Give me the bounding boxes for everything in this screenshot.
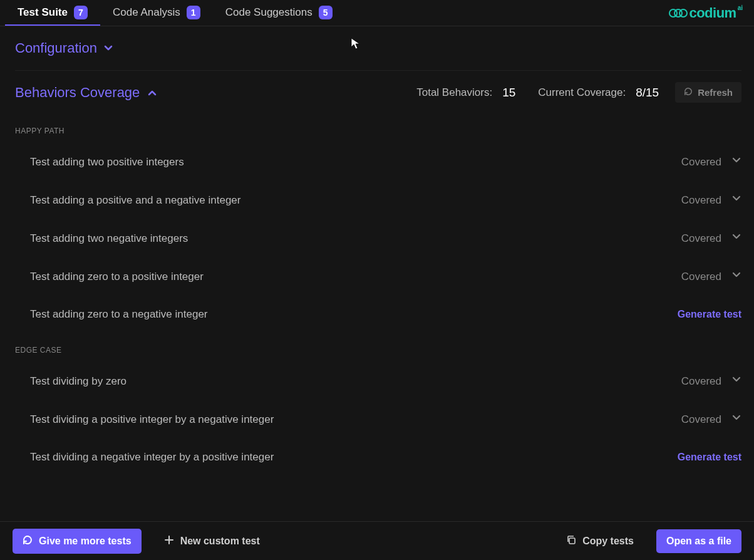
behavior-name: Test adding two negative integers	[30, 232, 188, 245]
button-label: Give me more tests	[39, 536, 132, 547]
covered-label: Covered	[681, 232, 721, 245]
refresh-icon	[684, 87, 693, 98]
covered-chip[interactable]: Covered	[681, 270, 741, 283]
refresh-icon	[23, 535, 33, 547]
behaviors-title: Behaviors Coverage	[15, 85, 140, 101]
chevron-down-icon	[103, 43, 113, 53]
tab-label: Test Suite	[18, 6, 68, 19]
behavior-row[interactable]: Test dividing a positive integer by a ne…	[15, 400, 741, 438]
new-custom-test-button[interactable]: New custom test	[154, 529, 270, 554]
covered-chip[interactable]: Covered	[681, 155, 741, 169]
covered-chip[interactable]: Covered	[681, 194, 741, 207]
behavior-name: Test adding zero to a negative integer	[30, 308, 208, 321]
total-behaviors-value: 15	[502, 86, 515, 100]
svg-rect-0	[569, 538, 575, 544]
behaviors-toggle[interactable]: Behaviors Coverage	[15, 85, 157, 101]
behaviors-header: Behaviors Coverage Total Behaviors: 15 C…	[15, 71, 741, 114]
tab-test-suite[interactable]: Test Suite 7	[5, 0, 100, 26]
tab-code-analysis[interactable]: Code Analysis 1	[100, 0, 213, 26]
tab-badge: 5	[319, 6, 333, 19]
plus-icon	[164, 535, 174, 547]
codium-logo: codiumai	[669, 5, 743, 21]
covered-label: Covered	[681, 194, 721, 207]
open-as-file-button[interactable]: Open as a file	[656, 529, 741, 553]
covered-label: Covered	[681, 156, 721, 169]
give-more-tests-button[interactable]: Give me more tests	[13, 529, 142, 554]
covered-chip[interactable]: Covered	[681, 232, 741, 245]
covered-chip[interactable]: Covered	[681, 413, 741, 426]
behavior-name: Test dividing a negative integer by a po…	[30, 451, 274, 464]
behavior-row[interactable]: Test adding zero to a positive integerCo…	[15, 257, 741, 296]
behavior-row[interactable]: Test adding two negative integersCovered	[15, 219, 741, 257]
button-label: Copy tests	[582, 536, 634, 547]
logo-text: codium	[689, 5, 736, 21]
tab-badge: 7	[74, 6, 88, 19]
current-coverage-value: 8/15	[636, 86, 659, 100]
refresh-label: Refresh	[698, 87, 733, 98]
section-heading: HAPPY PATH	[15, 127, 741, 135]
chevron-down-icon	[731, 375, 741, 388]
logo-icon	[669, 9, 688, 18]
chevron-down-icon	[731, 155, 741, 169]
chevron-down-icon	[731, 413, 741, 426]
configuration-title: Configuration	[15, 40, 97, 56]
total-behaviors-label: Total Behaviors:	[416, 86, 492, 99]
chevron-down-icon	[731, 270, 741, 283]
covered-label: Covered	[681, 413, 721, 426]
tab-badge: 1	[187, 6, 200, 19]
copy-icon	[566, 535, 576, 547]
footer-bar: Give me more tests New custom test Copy …	[0, 521, 754, 560]
behavior-name: Test adding zero to a positive integer	[30, 271, 204, 283]
logo-suffix: ai	[738, 4, 743, 11]
behavior-name: Test dividing by zero	[30, 375, 127, 388]
chevron-up-icon	[147, 88, 157, 98]
current-coverage-label: Current Coverage:	[538, 86, 626, 99]
tab-label: Code Analysis	[113, 6, 180, 19]
behavior-name: Test adding two positive integers	[30, 156, 184, 169]
tab-code-suggestions[interactable]: Code Suggestions 5	[213, 0, 345, 26]
covered-label: Covered	[681, 271, 721, 283]
main-panel: Configuration Behaviors Coverage Total B…	[0, 26, 754, 521]
button-label: New custom test	[180, 536, 260, 547]
configuration-header[interactable]: Configuration	[15, 26, 741, 71]
behavior-name: Test dividing a positive integer by a ne…	[30, 413, 274, 426]
behavior-row[interactable]: Test dividing a negative integer by a po…	[15, 438, 741, 476]
section-heading: EDGE CASE	[15, 346, 741, 355]
button-label: Open as a file	[666, 536, 731, 547]
generate-test-link[interactable]: Generate test	[678, 452, 741, 463]
tab-label: Code Suggestions	[225, 6, 312, 19]
generate-test-link[interactable]: Generate test	[678, 309, 741, 320]
tab-bar: Test Suite 7 Code Analysis 1 Code Sugges…	[0, 0, 754, 26]
behavior-row[interactable]: Test adding a positive and a negative in…	[15, 181, 741, 219]
behavior-name: Test adding a positive and a negative in…	[30, 194, 240, 207]
covered-chip[interactable]: Covered	[681, 375, 741, 388]
refresh-button[interactable]: Refresh	[675, 82, 741, 103]
copy-tests-button[interactable]: Copy tests	[556, 529, 644, 554]
chevron-down-icon	[731, 232, 741, 245]
behavior-row[interactable]: Test dividing by zeroCovered	[15, 362, 741, 400]
behavior-row[interactable]: Test adding two positive integersCovered	[15, 143, 741, 181]
behavior-row[interactable]: Test adding zero to a negative integerGe…	[15, 296, 741, 333]
chevron-down-icon	[731, 194, 741, 207]
covered-label: Covered	[681, 375, 721, 388]
